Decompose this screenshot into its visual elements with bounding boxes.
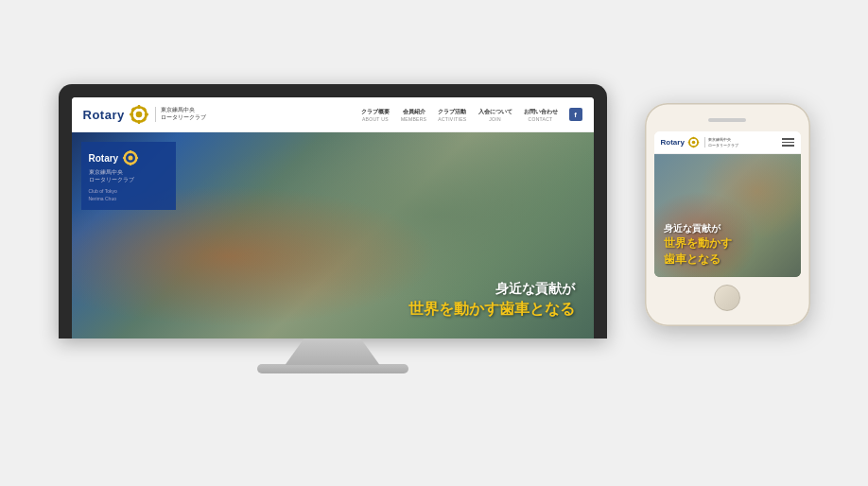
- mobile-logo: Rotary 東京練馬中央 ロータリークラブ: [661, 136, 738, 148]
- logo-subtitle: 東京練馬中央 ロータリークラブ: [155, 107, 206, 122]
- hamburger-menu-button[interactable]: [782, 138, 794, 147]
- desktop-mockup: Rotary: [59, 84, 607, 373]
- hero-box-english: Club of Tokyo Nerima Chuo: [89, 188, 117, 202]
- svg-rect-20: [687, 142, 689, 144]
- monitor-stand: [286, 338, 380, 365]
- svg-rect-21: [697, 142, 699, 144]
- phone-frame: Rotary 東京練馬中央 ロータリークラブ: [645, 103, 810, 326]
- mobile-hero-text-white: 身近な貢献が: [664, 222, 796, 235]
- mobile-mockup: Rotary 東京練馬中央 ロータリークラブ: [645, 103, 810, 326]
- hero-gear-icon: [122, 149, 139, 166]
- logo-text: Rotary: [83, 108, 125, 122]
- svg-rect-18: [693, 137, 695, 139]
- hero-text-overlay: 身近な貢献が 世界を動かす歯車となる: [408, 280, 575, 320]
- phone-screen: Rotary 東京練馬中央 ロータリークラブ: [654, 131, 801, 277]
- mobile-hero-text-yellow-1: 世界を動かす: [664, 235, 796, 252]
- hamburger-line-1: [782, 138, 794, 140]
- nav-links: クラブ概要 ABOUT US 会員紹介 MEMBERS クラブ活動 ACTIVI…: [361, 108, 582, 122]
- hamburger-line-3: [782, 145, 794, 147]
- phone-speaker: [708, 118, 746, 122]
- phone-home-button[interactable]: [714, 285, 740, 311]
- rotary-gear-icon: [129, 104, 149, 125]
- svg-point-1: [135, 112, 142, 118]
- mobile-nav: Rotary 東京練馬中央 ロータリークラブ: [654, 131, 801, 154]
- svg-rect-12: [130, 150, 131, 153]
- monitor-base: [257, 364, 408, 373]
- nav-item-join[interactable]: 入会について JOIN: [478, 108, 512, 122]
- mobile-hero-text: 身近な貢献が 世界を動かす 歯車となる: [664, 222, 796, 268]
- svg-rect-2: [137, 105, 140, 109]
- mobile-hero-text-yellow-2: 歯車となる: [664, 252, 796, 268]
- nav-item-activities[interactable]: クラブ活動 ACTIVITIES: [438, 108, 466, 122]
- svg-point-11: [129, 155, 133, 160]
- svg-rect-14: [123, 157, 126, 159]
- facebook-icon[interactable]: f: [569, 108, 582, 121]
- nav-item-contact[interactable]: お問い合わせ CONTACT: [524, 108, 558, 122]
- scene: Rotary: [59, 84, 810, 402]
- hero-box-logo: Rotary: [89, 149, 140, 166]
- mobile-logo-sub: 東京練馬中央 ロータリークラブ: [704, 137, 738, 147]
- hamburger-line-2: [782, 142, 794, 144]
- svg-rect-13: [130, 163, 131, 165]
- site-logo: Rotary: [83, 104, 206, 125]
- mobile-logo-text: Rotary: [661, 138, 685, 147]
- nav-item-members[interactable]: 会員紹介 MEMBERS: [401, 108, 426, 122]
- nav-item-about[interactable]: クラブ概要 ABOUT US: [361, 108, 390, 122]
- monitor-screen: Rotary: [72, 97, 594, 338]
- svg-rect-5: [145, 113, 148, 116]
- svg-rect-4: [130, 113, 133, 116]
- mobile-gear-icon: [687, 136, 700, 148]
- site-hero: Rotary 東京練馬中央: [72, 132, 594, 338]
- hero-box-subtitle: 東京練馬中央 ロータリークラブ: [89, 169, 134, 183]
- svg-rect-19: [693, 146, 695, 148]
- svg-point-17: [692, 141, 696, 145]
- site-nav: Rotary: [72, 97, 594, 132]
- svg-rect-3: [137, 120, 140, 124]
- hero-info-box: Rotary 東京練馬中央: [81, 142, 176, 210]
- hero-text-white: 身近な貢献が: [408, 280, 575, 299]
- mobile-hero: 身近な貢献が 世界を動かす 歯車となる: [654, 154, 801, 277]
- monitor-frame: Rotary: [59, 84, 607, 338]
- hero-box-title: Rotary: [89, 153, 119, 164]
- svg-rect-15: [135, 157, 138, 159]
- hero-text-yellow: 世界を動かす歯車となる: [408, 299, 575, 320]
